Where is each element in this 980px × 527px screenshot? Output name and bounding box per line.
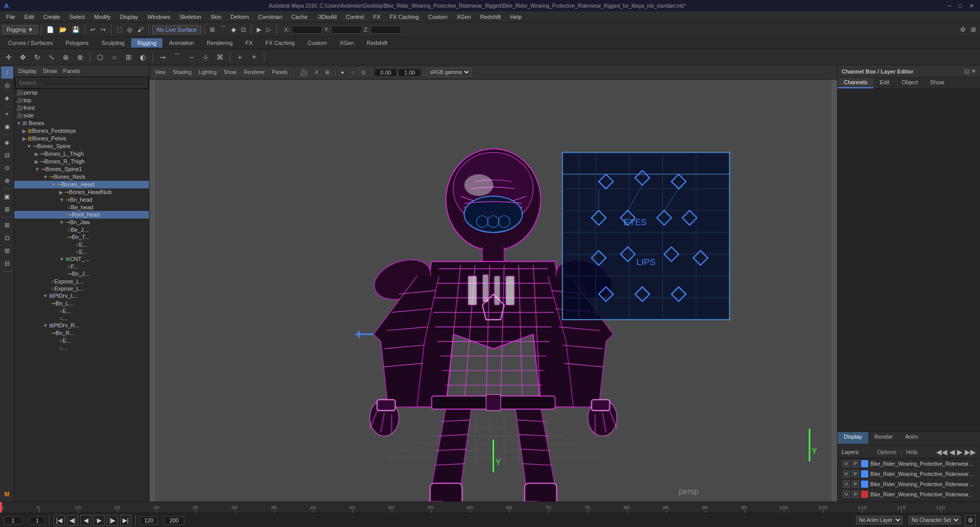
measure-btn[interactable]: ⊡ xyxy=(1,232,13,244)
open-file-btn[interactable]: 📂 xyxy=(57,25,69,34)
menu-item-skin[interactable]: Skin xyxy=(206,13,225,21)
ik-handle-icon[interactable]: ⌒ xyxy=(170,51,184,64)
tree-item-side[interactable]: 🎥 side xyxy=(14,112,149,119)
tree-item-bnt[interactable]: ⊸ Bn_T... xyxy=(14,233,149,241)
snap-mode-btn[interactable]: ⌖ xyxy=(1,108,13,120)
menu-item-xgen[interactable]: XGen xyxy=(453,13,475,21)
paint-btn[interactable]: 🖌 xyxy=(135,25,145,34)
menu-item--3dtoall[interactable]: -3DtoAll xyxy=(313,13,341,21)
mode-tab-rendering[interactable]: Rendering xyxy=(201,38,239,47)
layer-row-0[interactable]: V P Bike_Rider_Wearing_Protective_Riderw… xyxy=(840,459,978,469)
vp-show-btn[interactable]: Show xyxy=(221,68,239,76)
paint-tool-btn[interactable]: ◈ xyxy=(1,92,13,104)
mode-tab-custom[interactable]: Custom xyxy=(302,38,333,47)
vp-texture-btn[interactable]: ⊡ xyxy=(359,68,368,76)
render-seq-btn[interactable]: ▷ xyxy=(264,25,273,34)
lasso-tool-btn[interactable]: ◎ xyxy=(1,79,13,91)
tree-item-bnL[interactable]: ⊸ Bn_L... xyxy=(14,300,149,307)
layer-row-1[interactable]: V P Bike_Rider_Wearing_Protective_Riderw… xyxy=(840,469,978,479)
end-frame-input[interactable] xyxy=(140,516,158,524)
outliner-display-tab[interactable]: Display xyxy=(18,68,37,74)
tree-item-exposeL2[interactable]: ○ Expose_L... xyxy=(14,285,149,292)
vp-panels-btn[interactable]: Panels xyxy=(270,68,290,76)
maya-logo-btn[interactable]: M xyxy=(1,488,13,500)
vp-smooth-btn[interactable]: ○ xyxy=(349,68,357,76)
soft-select-btn[interactable]: ◉ xyxy=(1,121,13,133)
channel-float-btn[interactable]: ◱ xyxy=(964,68,969,75)
render-view-btn[interactable]: ▣ xyxy=(1,190,13,203)
vp-renderer-btn[interactable]: Renderer xyxy=(241,68,267,76)
snap-grid-btn[interactable]: ⊞ xyxy=(208,25,217,34)
menu-item-skeleton[interactable]: Skeleton xyxy=(175,13,205,21)
display-tab-display[interactable]: Display xyxy=(838,432,868,444)
channel-tab-channels[interactable]: Channels xyxy=(838,78,873,88)
layer-nav-right-right[interactable]: ▶▶ xyxy=(965,448,976,456)
tree-item-eR[interactable]: ○ E... xyxy=(14,337,149,344)
tweak-btn[interactable]: ◈ xyxy=(1,136,13,149)
sculpt-icon[interactable]: ○ xyxy=(108,51,121,64)
channel-tab-show[interactable]: Show xyxy=(924,78,950,88)
vp-lighting-btn[interactable]: Lighting xyxy=(196,68,219,76)
menu-item-deform[interactable]: Deform xyxy=(227,13,253,21)
tree-item-bones[interactable]: ▼ ⊞ Bones xyxy=(14,119,149,127)
maximize-btn[interactable]: □ xyxy=(957,3,964,9)
quick-layout-btn[interactable]: ⊟ xyxy=(1,257,13,270)
vp-wireframe-btn[interactable]: ⊞ xyxy=(323,68,332,76)
tree-item-ptdrvR[interactable]: ▼ ⊞ PtDrv_R... xyxy=(14,322,149,329)
layer-v-0[interactable]: V xyxy=(843,460,850,467)
menu-item-control[interactable]: Control xyxy=(342,13,368,21)
menu-item-windows[interactable]: Windows xyxy=(143,13,175,21)
step-forward-btn[interactable]: |▶ xyxy=(107,515,118,526)
select-icon[interactable]: ✛ xyxy=(2,51,15,64)
tree-item-spine[interactable]: ▼ ⊸ Bones_Spine xyxy=(14,142,149,150)
layer-p-0[interactable]: P xyxy=(852,460,859,467)
mode-tab-curves---surfaces[interactable]: Curves / Surfaces xyxy=(2,38,59,47)
annotation-btn[interactable]: ⊞ xyxy=(1,219,13,231)
layout-btn[interactable]: ⊞ xyxy=(969,25,978,34)
layer-v-3[interactable]: V xyxy=(843,491,850,498)
menu-item-file[interactable]: File xyxy=(2,13,19,21)
sculpt-geometry-btn[interactable]: ⊙ xyxy=(1,162,13,174)
tree-item-spine1[interactable]: ▼ ⊸ Bones_Spine1 xyxy=(14,165,149,173)
mode-tab-sculpting[interactable]: Sculpting xyxy=(95,38,131,47)
menu-item-help[interactable]: Help xyxy=(506,13,526,21)
snap-icon[interactable]: ⌖ xyxy=(248,51,261,64)
menu-item-cache[interactable]: Cache xyxy=(287,13,312,21)
redo-btn[interactable]: ↪ xyxy=(99,25,108,34)
layer-row-3[interactable]: V P Bike_Rider_Wearing_Protective_Riderw… xyxy=(840,489,978,499)
tree-item-front[interactable]: 🎥 front xyxy=(14,104,149,112)
plus-icon[interactable]: + xyxy=(233,51,247,64)
layer-nav-left[interactable]: ◀ xyxy=(949,448,955,456)
menu-item-fx[interactable]: FX xyxy=(369,13,384,21)
menu-item-select[interactable]: Select xyxy=(65,13,89,21)
paint-skin-icon[interactable]: ⌘ xyxy=(213,51,227,64)
new-file-btn[interactable]: 📄 xyxy=(44,25,56,34)
bend-icon[interactable]: ◐ xyxy=(136,51,150,64)
channel-tab-object[interactable]: Object xyxy=(895,78,924,88)
mode-tab-polygons[interactable]: Polygons xyxy=(59,38,94,47)
tree-item-eL[interactable]: ○ E... xyxy=(14,307,149,315)
outliner-panels-tab[interactable]: Panels xyxy=(63,68,81,74)
undo-btn[interactable]: ↩ xyxy=(88,25,97,34)
skip-to-end-btn[interactable]: ▶| xyxy=(120,515,131,526)
snap-surface-btn[interactable]: ⊡ xyxy=(239,25,248,34)
tree-item-dotR[interactable]: ○ ... xyxy=(14,344,149,351)
tree-item-cnt[interactable]: ▼ ⊕ CNT_... xyxy=(14,255,149,263)
menu-item-fx-caching[interactable]: FX Caching xyxy=(385,13,423,21)
save-file-btn[interactable]: 💾 xyxy=(70,25,82,34)
viewport[interactable]: Y Y xyxy=(150,80,837,501)
layer-p-3[interactable]: P xyxy=(852,491,859,498)
channel-close-btn[interactable]: ✕ xyxy=(971,68,976,75)
tree-item-roothead[interactable]: ⊸ Root_head xyxy=(14,211,149,219)
char-set-select[interactable]: No Character Set xyxy=(909,516,961,524)
tree-item-persp[interactable]: 🎥 persp xyxy=(14,89,149,97)
bind-skin-icon[interactable]: ⊹ xyxy=(199,51,212,64)
move-icon[interactable]: ✥ xyxy=(16,51,30,64)
layer-row-2[interactable]: V P Bike_Rider_Wearing_Protective_Riderw… xyxy=(840,479,978,489)
show-manipulator-btn[interactable]: ⊕ xyxy=(1,175,13,187)
tree-item-bnhead[interactable]: ▼ ⊸ Bn_head xyxy=(14,196,149,204)
mode-tab-fx-caching[interactable]: FX Caching xyxy=(259,38,301,47)
tree-item-bnjaw[interactable]: ▼ ⊸ Bn_Jaw xyxy=(14,219,149,226)
display-tab-render[interactable]: Render xyxy=(868,432,899,444)
render-btn[interactable]: ▶ xyxy=(255,25,263,34)
